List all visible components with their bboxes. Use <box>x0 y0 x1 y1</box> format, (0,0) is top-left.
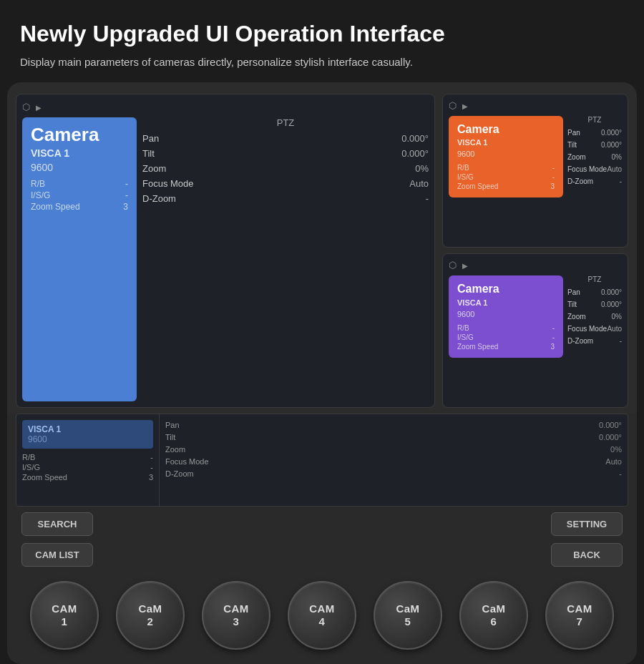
cam-button-4[interactable]: CAM4 <box>288 581 356 650</box>
zoom-row-left: Zoom 0% <box>142 162 429 175</box>
scroll-zoom-row: Zoom 0% <box>165 444 622 454</box>
scroll-dzoom-row: D-Zoom - <box>165 469 622 479</box>
left-panel: Camera VISCA 1 9600 R/B - I/S/G - <box>16 94 435 408</box>
network-icon-rb <box>449 258 457 271</box>
focus-row-rb: Focus Mode Auto <box>567 324 622 333</box>
focus-row-left: Focus Mode Auto <box>142 177 429 190</box>
sub-title: Display main parameters of cameras direc… <box>20 54 624 71</box>
cam-button-label-1: CAM1 <box>52 602 77 628</box>
pan-row-rb: Pan 0.000° <box>567 288 622 297</box>
cam-button-label-7: CAM7 <box>567 602 592 628</box>
focus-row-rt: Focus Mode Auto <box>567 165 622 174</box>
cam-button-label-2: CaM2 <box>138 602 162 628</box>
isg-row-rb: I/S/G - <box>457 333 555 341</box>
zoomspeed-row-rt: Zoom Speed 3 <box>457 182 555 190</box>
cam-button-label-6: CaM6 <box>482 602 505 628</box>
camera-info-box-left: Camera VISCA 1 9600 R/B - I/S/G - <box>22 117 137 401</box>
rb-row-rt: R/B - <box>457 164 555 172</box>
cam-buttons-row: CAM1CaM2CAM3CAM4CaM5CaM6CAM7 <box>7 572 637 664</box>
right-panel-content-bottom: Camera VISCA 1 9600 R/B - I/S/G - <box>449 275 622 358</box>
rb-row-left: R/B - <box>31 179 128 189</box>
zoomspeed-row-left: Zoom Speed 3 <box>31 202 128 212</box>
scroll-protocol: VISCA 1 <box>28 424 147 434</box>
cam-button-1[interactable]: CAM1 <box>30 581 99 650</box>
right-btn-group: SETTING BACK <box>551 512 623 567</box>
left-btn-group: SEARCH CAM LIST <box>21 512 93 567</box>
dzoom-row-rt: D-Zoom - <box>567 177 622 186</box>
zoomspeed-row-rb: Zoom Speed 3 <box>457 343 555 351</box>
record-icon-rt <box>462 99 468 112</box>
tilt-row-left: Tilt 0.000° <box>142 147 429 160</box>
panel-content: Camera VISCA 1 9600 R/B - I/S/G - <box>22 117 429 401</box>
cam-extra-rt: R/B - I/S/G - Zoom Speed 3 <box>457 164 555 190</box>
cam-button-2[interactable]: CaM2 <box>116 581 185 650</box>
panel-top-bar <box>22 100 429 113</box>
camera-info-box-rt: Camera VISCA 1 9600 R/B - I/S/G - <box>449 116 563 198</box>
search-button[interactable]: SEARCH <box>21 512 93 536</box>
device-area: Camera VISCA 1 9600 R/B - I/S/G - <box>7 82 637 664</box>
ptz-title-rb: PTZ <box>567 275 622 283</box>
pan-row-left: Pan 0.000° <box>142 132 429 145</box>
zoom-row-rt: Zoom 0% <box>567 152 622 162</box>
baud-rb: 9600 <box>457 310 555 318</box>
scroll-cam-box: VISCA 1 9600 <box>22 420 153 449</box>
cam-button-label-5: CaM5 <box>396 602 419 628</box>
main-title: Newly Upgraded UI Operation Interface <box>20 20 624 47</box>
protocol-left: VISCA 1 <box>31 147 128 159</box>
right-panel-top: Camera VISCA 1 9600 R/B - I/S/G - <box>442 94 628 248</box>
right-panel-bottom: Camera VISCA 1 9600 R/B - I/S/G - <box>442 253 628 408</box>
scroll-pan-row: Pan 0.000° <box>165 420 622 430</box>
back-button[interactable]: BACK <box>551 543 623 567</box>
side-buttons-area: SEARCH CAM LIST SETTING BACK <box>7 507 637 572</box>
panel-top-bar-right-top <box>449 99 622 112</box>
cam-button-5[interactable]: CaM5 <box>374 581 442 650</box>
ptz-section-rb: PTZ Pan 0.000° Tilt 0.000° Zoom <box>567 275 622 358</box>
ptz-title-rt: PTZ <box>567 116 622 124</box>
scroll-left-section: VISCA 1 9600 R/B - I/S/G - Zoom Speed 3 <box>16 414 160 506</box>
baud-rt: 9600 <box>457 150 555 158</box>
scroll-rb-row: R/B - <box>22 453 153 462</box>
scroll-tilt-row: Tilt 0.000° <box>165 432 622 442</box>
network-icon <box>22 100 30 113</box>
zoom-row-rb: Zoom 0% <box>567 312 622 321</box>
camera-info-box-rb: Camera VISCA 1 9600 R/B - I/S/G - <box>449 275 563 358</box>
cam-extra-rb: R/B - I/S/G - Zoom Speed 3 <box>457 324 555 351</box>
rb-row-rb: R/B - <box>457 324 555 332</box>
cam-button-7[interactable]: CAM7 <box>545 581 614 650</box>
camera-name-left: Camera <box>31 125 128 145</box>
right-panels: Camera VISCA 1 9600 R/B - I/S/G - <box>442 94 628 408</box>
ptz-title-left: PTZ <box>142 117 429 128</box>
scroll-extra: R/B - I/S/G - Zoom Speed 3 <box>22 453 153 482</box>
scroll-isg-row: I/S/G - <box>22 463 153 472</box>
cam-button-3[interactable]: CAM3 <box>202 581 270 650</box>
camera-name-rb: Camera <box>457 283 555 296</box>
tilt-row-rt: Tilt 0.000° <box>567 140 622 150</box>
tilt-row-rb: Tilt 0.000° <box>567 300 622 309</box>
scroll-zs-row: Zoom Speed 3 <box>22 473 153 482</box>
cam-button-label-4: CAM4 <box>309 602 335 628</box>
cam-button-label-3: CAM3 <box>223 602 249 628</box>
cam-button-6[interactable]: CaM6 <box>459 581 528 650</box>
protocol-rt: VISCA 1 <box>457 138 555 147</box>
dzoom-row-left: D-Zoom - <box>142 192 429 205</box>
ptz-section-rt: PTZ Pan 0.000° Tilt 0.000° Zoom <box>567 116 622 198</box>
scroll-ptz-section: Pan 0.000° Tilt 0.000° Zoom 0% Focus Mod… <box>160 414 628 506</box>
protocol-rb: VISCA 1 <box>457 298 555 307</box>
isg-row-rt: I/S/G - <box>457 173 555 181</box>
network-icon-rt <box>449 99 457 112</box>
scroll-focus-row: Focus Mode Auto <box>165 456 622 467</box>
panel-top-bar-rb <box>449 258 622 271</box>
record-icon <box>36 100 42 113</box>
setting-button[interactable]: SETTING <box>551 512 623 536</box>
scroll-baud: 9600 <box>28 434 147 444</box>
screen-area: Camera VISCA 1 9600 R/B - I/S/G - <box>7 82 637 414</box>
scroll-ptz-rows: Pan 0.000° Tilt 0.000° Zoom 0% Focus Mod… <box>165 420 622 479</box>
dzoom-row-rb: D-Zoom - <box>567 336 622 346</box>
record-icon-rb <box>462 258 468 271</box>
ptz-section-left: PTZ Pan 0.000° Tilt 0.000° Zoom 0% <box>142 117 429 401</box>
bottom-scroll-area: VISCA 1 9600 R/B - I/S/G - Zoom Speed 3 <box>16 414 628 507</box>
cam-extra-left: R/B - I/S/G - Zoom Speed 3 <box>31 179 128 212</box>
right-panel-content-top: Camera VISCA 1 9600 R/B - I/S/G - <box>449 116 622 198</box>
camera-name-rt: Camera <box>457 123 555 136</box>
camlist-button[interactable]: CAM LIST <box>21 543 93 567</box>
